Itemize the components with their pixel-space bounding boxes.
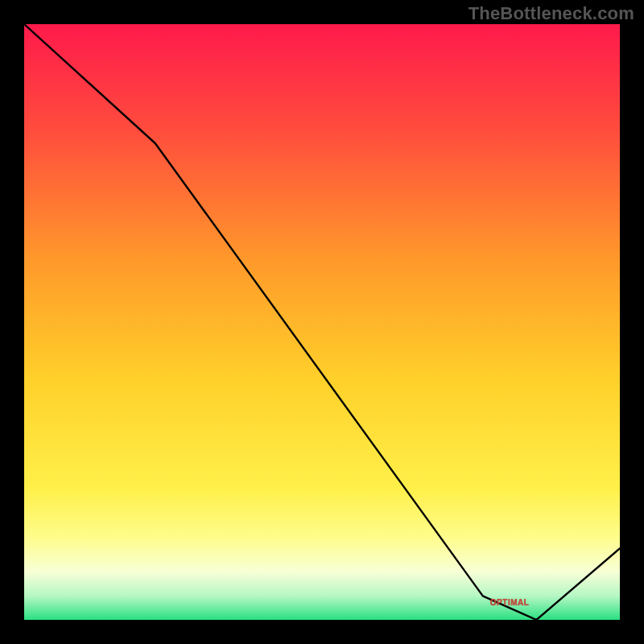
chart-frame: TheBottleneck.com OPTIMAL [0,0,644,644]
watermark-text: TheBottleneck.com [469,3,634,24]
gradient-backdrop [24,24,620,620]
optimal-annotation: OPTIMAL [490,597,530,606]
chart-svg [24,24,620,620]
plot-area: OPTIMAL [24,24,620,620]
